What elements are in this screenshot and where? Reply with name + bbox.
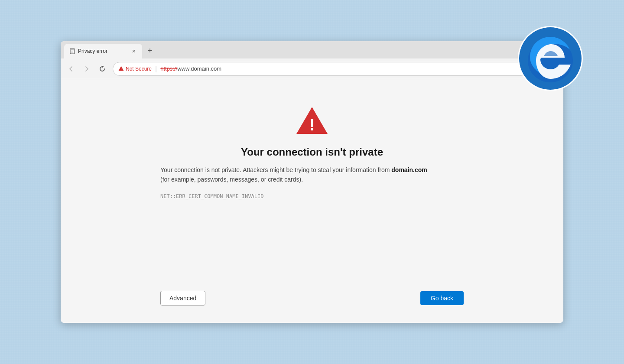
buttons-row: Advanced Go back	[160, 282, 464, 306]
tab-close-button[interactable]: ✕	[130, 48, 137, 55]
url-https: https://	[160, 65, 177, 72]
address-bar-divider: |	[155, 65, 157, 73]
url-display: https://www.domain.com	[160, 65, 522, 72]
go-back-button[interactable]: Go back	[420, 291, 464, 305]
error-desc-prefix: Your connection is not private. Attacker…	[160, 166, 391, 173]
url-rest: www.domain.com	[177, 65, 221, 72]
address-bar[interactable]: ! Not Secure | https://www.domain.com	[113, 62, 528, 76]
advanced-button[interactable]: Advanced	[160, 291, 205, 306]
not-secure-label: Not Secure	[126, 66, 152, 72]
edge-logo	[518, 26, 583, 91]
reload-button[interactable]	[95, 62, 109, 76]
error-code: NET::ERR_CERT_COMMON_NAME_INVALID	[160, 193, 263, 199]
error-title: Your connection isn't private	[241, 146, 383, 158]
back-button[interactable]	[64, 62, 78, 76]
svg-text:!: !	[120, 68, 121, 71]
error-desc-suffix: (for example, passwords, messages, or cr…	[160, 176, 303, 183]
page-content: ! Your connection isn't private Your con…	[61, 79, 563, 323]
active-tab[interactable]: Privacy error ✕	[64, 44, 142, 58]
forward-button[interactable]	[80, 62, 94, 76]
tab-page-icon	[69, 48, 75, 54]
error-description: Your connection is not private. Attacker…	[160, 165, 427, 185]
svg-text:!: !	[309, 116, 315, 134]
tab-title: Privacy error	[78, 48, 127, 54]
tab-bar: Privacy error ✕ +	[61, 41, 563, 58]
warning-triangle-icon: !	[295, 105, 329, 136]
toolbar: ! Not Secure | https://www.domain.com	[61, 58, 563, 79]
error-body: ! Your connection isn't private Your con…	[160, 105, 464, 199]
warning-icon-small: !	[118, 66, 124, 72]
browser-window: Privacy error ✕ + !	[61, 41, 563, 323]
security-indicator: ! Not Secure	[118, 66, 152, 72]
new-tab-button[interactable]: +	[144, 45, 156, 57]
error-domain: domain.com	[391, 166, 427, 173]
